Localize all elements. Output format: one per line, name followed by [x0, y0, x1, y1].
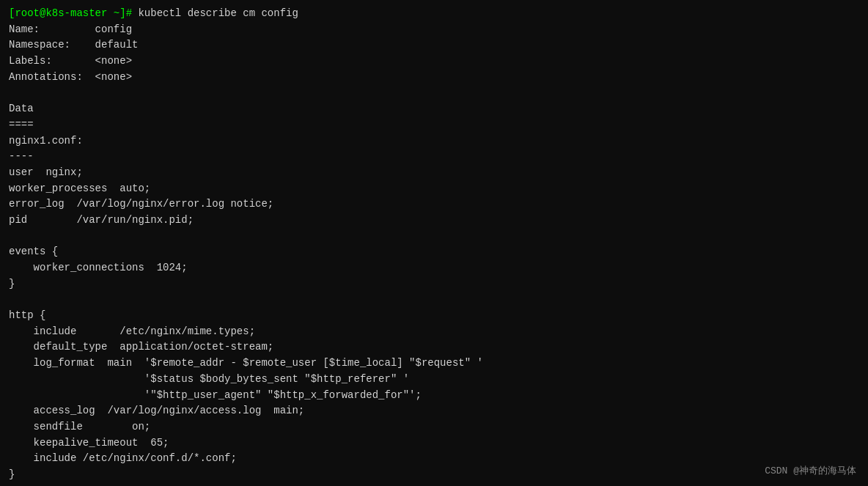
watermark: CSDN @神奇的海马体 — [765, 464, 856, 477]
output-line-1: Name: config — [9, 23, 132, 35]
output-line-15: } — [9, 278, 15, 290]
output-line-21: '"$http_user_agent" "$http_x_forwarded_f… — [9, 389, 422, 401]
output-line-2: Namespace: default — [9, 39, 138, 51]
output-line-24: keepalive_timeout 65; — [9, 437, 169, 449]
output-line-25: include /etc/nginx/conf.d/*.conf; — [9, 452, 237, 464]
terminal-window: [root@k8s-master ~]# kubectl describe cm… — [0, 0, 868, 486]
output-line-4: Annotations: <none> — [9, 71, 132, 83]
output-line-22: access_log /var/log/nginx/access.log mai… — [9, 405, 304, 416]
output-line-23: sendfile on; — [9, 421, 150, 432]
output-line-20: '$status $body_bytes_sent "$http_referer… — [9, 373, 409, 385]
output-line-12: pid /var/run/nginx.pid; — [9, 214, 194, 226]
output-line-14: worker_connections 1024; — [9, 262, 188, 273]
output-line-13: events { — [9, 246, 58, 257]
terminal-content: [root@k8s-master ~]# kubectl describe cm… — [9, 6, 859, 486]
output-line-3: Labels: <none> — [9, 55, 132, 67]
output-line-5: Data — [9, 103, 34, 114]
output-line-10: worker_processes auto; — [9, 183, 150, 194]
output-line-8: ---- — [9, 150, 34, 162]
output-line-17: include /etc/nginx/mime.types; — [9, 325, 255, 337]
output-line-7: nginx1.conf: — [9, 135, 83, 147]
output-line-26: } — [9, 468, 15, 480]
output-line-19: log_format main '$remote_addr - $remote_… — [9, 357, 483, 369]
output-line-6: ==== — [9, 119, 34, 130]
prompt: [root@k8s-master ~]# — [9, 7, 132, 19]
output-line-9: user nginx; — [9, 166, 83, 178]
command-line: kubectl describe cm config — [132, 7, 298, 19]
output-line-11: error_log /var/log/nginx/error.log notic… — [9, 198, 273, 210]
output-line-16: http { — [9, 309, 45, 321]
output-line-18: default_type application/octet-stream; — [9, 341, 273, 353]
